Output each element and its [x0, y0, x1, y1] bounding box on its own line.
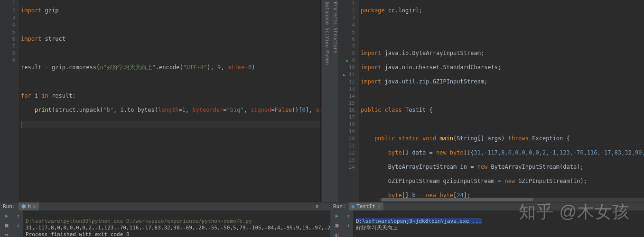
run-label: Run:: [330, 203, 349, 210]
left-editor[interactable]: 1 2 3 4 5 6 7 8 9 import gzip import str…: [0, 0, 330, 202]
right-gutter: 1 2 3 4 5 6 7 8 ▶ 9 10 ▶ 11 12 13 14 15 …: [338, 0, 359, 202]
left-gutter: 1 2 3 4 5 6 7 8 9: [0, 0, 19, 202]
close-icon[interactable]: ×: [377, 203, 381, 210]
stop-button[interactable]: ■: [333, 222, 341, 228]
close-icon[interactable]: ×: [33, 203, 36, 210]
layout-button[interactable]: ⇆: [2, 231, 11, 237]
down-icon[interactable]: ↓: [14, 222, 22, 228]
right-run-toolbar2: ↑ ↓: [344, 210, 353, 237]
tab-title: TestIt: [356, 203, 375, 210]
right-run-toolbar: ▶ ■ ◧: [330, 210, 344, 237]
rerun-button[interactable]: ▶: [333, 212, 341, 219]
left-run-toolbar2: ↑ ↓: [13, 210, 23, 237]
up-icon[interactable]: ↑: [344, 212, 353, 219]
cursor: [21, 121, 21, 128]
right-ide-pane: ▲ 3 ˄ ˅ ⋮ Projects Structure 1 2 3 4 5 6…: [330, 0, 644, 237]
right-sidetools[interactable]: Projects Structure: [330, 0, 338, 202]
right-code[interactable]: package cc.logirl; import java.io.ByteAr…: [359, 0, 644, 202]
tab-title: b: [28, 203, 31, 210]
left-code[interactable]: import gzip import struct result = gzip.…: [19, 0, 320, 202]
java-class-icon: ◉: [352, 203, 355, 210]
right-run-panel: Run: ◉ TestIt × ▶ ■ ◧ ↑ ↓ D:\software\op…: [330, 202, 644, 237]
right-editor[interactable]: Projects Structure 1 2 3 4 5 6 7 8 ▶ 9 1…: [330, 0, 644, 202]
horizontal-scrollbar[interactable]: [380, 198, 644, 202]
rerun-button[interactable]: ▶: [2, 212, 11, 219]
down-icon[interactable]: ↓: [344, 222, 353, 228]
left-run-toolbar: ▶ ■ ⇆: [0, 210, 13, 237]
camera-icon[interactable]: ◧: [333, 231, 341, 237]
left-ide-pane: ✔ 1 2 3 4 5 6 7 8 9 import gzip import s…: [0, 0, 330, 237]
right-run-tab[interactable]: ◉ TestIt ×: [349, 202, 383, 210]
right-console[interactable]: D:\software\openj9-jdk8\bin\java.exe ...…: [353, 210, 644, 237]
left-run-tab[interactable]: ⬢ b ×: [19, 202, 39, 210]
stop-button[interactable]: ■: [2, 222, 11, 228]
left-sidetools[interactable]: Database SciView Maven: [322, 0, 330, 202]
left-run-panel: Run: ⬢ b × ⚙ — ▶ ■ ⇆ ↑ ↓ D:\software\pyt…: [0, 202, 330, 237]
right-run-header: Run: ◉ TestIt ×: [330, 202, 644, 210]
python-file-icon: ⬢: [21, 203, 26, 210]
gear-icon[interactable]: ⚙: [313, 203, 321, 210]
up-icon[interactable]: ↑: [14, 212, 22, 219]
left-run-header: Run: ⬢ b × ⚙ —: [0, 202, 330, 210]
run-gutter-icon[interactable]: ▶: [344, 57, 349, 64]
left-inspection-icons: ✔: [325, 0, 329, 6]
check-icon: ✔: [326, 0, 328, 6]
run-label: Run:: [0, 203, 19, 210]
left-console[interactable]: D:\software\python39\python.exe D:/works…: [23, 210, 330, 237]
scrollbar-thumb[interactable]: [382, 198, 533, 201]
run-gutter-icon[interactable]: ▶: [341, 72, 345, 79]
minimize-icon[interactable]: —: [321, 203, 330, 210]
